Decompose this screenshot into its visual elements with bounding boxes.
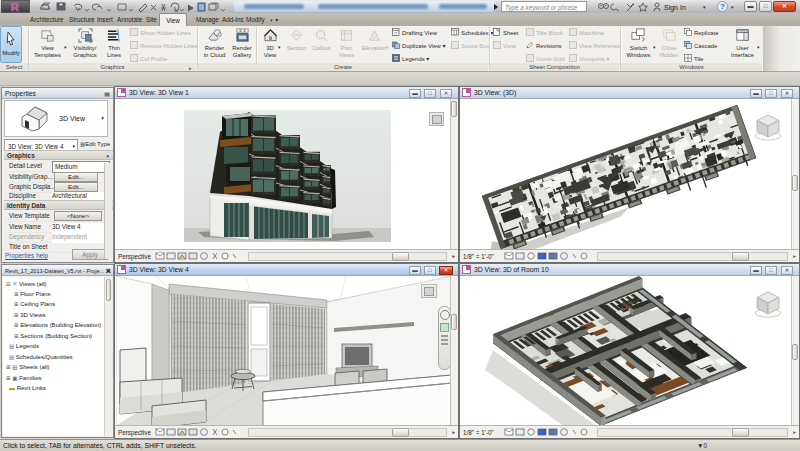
svg-text:Sign In: Sign In	[664, 4, 686, 12]
